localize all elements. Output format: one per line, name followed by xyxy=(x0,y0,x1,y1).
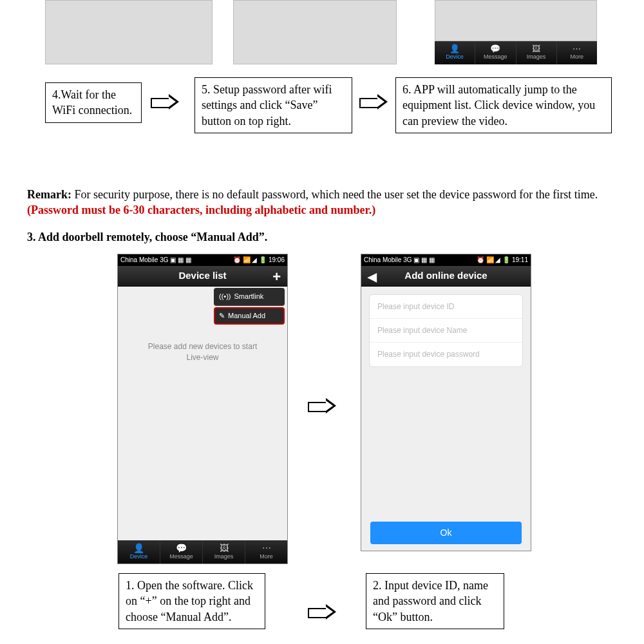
ok-button[interactable]: Ok xyxy=(370,522,522,544)
phone-add-device: China Mobile 3G ▣ ▦ ▦ ⏰ 📶 ◢ 🔋 19:11 ◀ Ad… xyxy=(361,254,531,551)
empty-state-text: Please add new devices to start Live-vie… xyxy=(118,341,287,363)
step-2-text: 2. Input device ID, name and password an… xyxy=(373,579,488,623)
dropdown-smartlink[interactable]: ((•)) Smartlink xyxy=(214,288,285,306)
message-icon: 💬 xyxy=(176,544,187,553)
nav-label: More xyxy=(571,53,584,61)
message-icon: 💬 xyxy=(490,44,500,53)
add-dropdown: ((•)) Smartlink ✎ Manual Add xyxy=(214,288,285,326)
images-icon: 🖼 xyxy=(220,544,229,553)
step-6-text: 6. APP will automatically jump to the eq… xyxy=(402,83,595,128)
nav-label: Message xyxy=(484,53,507,61)
more-icon: ⋯ xyxy=(573,44,581,53)
images-icon: 🖼 xyxy=(532,44,540,53)
status-bar: China Mobile 3G ▣ ▦ ▦ ⏰ 📶 ◢ 🔋 19:11 xyxy=(361,254,531,266)
arrow-icon xyxy=(308,399,337,412)
time-label: 19:11 xyxy=(512,256,528,263)
phone-body: ((•)) Smartlink ✎ Manual Add Please add … xyxy=(118,287,287,540)
title-bar: Device list + xyxy=(118,266,287,287)
nav-item-message[interactable]: 💬Message xyxy=(160,540,203,564)
nav-label: More xyxy=(260,553,273,560)
nav-item-message[interactable]: 💬Message xyxy=(475,41,516,64)
dropdown-label: Manual Add xyxy=(228,311,265,321)
device-name-input[interactable]: Please input device Name xyxy=(370,319,522,343)
arrow-icon xyxy=(359,95,388,108)
nav-item-device[interactable]: 👤Device xyxy=(118,540,160,564)
section-3-title: 3. Add doorbell remotely, choose “Manual… xyxy=(27,229,267,245)
empty-line-1: Please add new devices to start xyxy=(118,341,287,352)
placeholder-image-1 xyxy=(45,0,213,64)
remark-text: For security purpose, there is no defaul… xyxy=(71,188,598,201)
nav-item-images[interactable]: 🖼Images xyxy=(203,540,245,564)
title-text: Add online device xyxy=(404,269,487,282)
time-label: 19:06 xyxy=(269,256,285,263)
nav-label: Device xyxy=(130,553,148,560)
dropdown-manual-add[interactable]: ✎ Manual Add xyxy=(214,307,285,325)
arrow-icon xyxy=(151,95,180,108)
nav-label: Images xyxy=(214,553,234,560)
broadcast-icon: ((•)) xyxy=(219,292,231,301)
nav-item-images[interactable]: 🖼Images xyxy=(516,41,557,64)
remark-label: Remark: xyxy=(27,188,71,201)
carrier-label: China Mobile 3G xyxy=(364,256,412,263)
mini-bottom-nav: 👤Device 💬Message 🖼Images ⋯More xyxy=(435,41,597,64)
person-icon: 👤 xyxy=(133,544,144,553)
title-bar: ◀ Add online device xyxy=(361,266,531,287)
step-1-box: 1. Open the software. Click on “+” on th… xyxy=(118,573,265,629)
pencil-icon: ✎ xyxy=(219,311,225,321)
step-2-box: 2. Input device ID, name and password an… xyxy=(366,573,504,629)
nav-label: Images xyxy=(527,53,546,61)
step-6-box: 6. APP will automatically jump to the eq… xyxy=(395,77,612,133)
nav-item-more[interactable]: ⋯More xyxy=(245,540,287,564)
step-1-text: 1. Open the software. Click on “+” on th… xyxy=(126,579,253,623)
placeholder-image-2 xyxy=(233,0,397,64)
phone-body: Please input device ID Please input devi… xyxy=(361,287,531,551)
nav-label: Message xyxy=(169,553,193,560)
bottom-nav: 👤Device 💬Message 🖼Images ⋯More xyxy=(118,540,287,564)
step-5-box: 5. Setup password after wifi settings an… xyxy=(194,77,352,133)
title-text: Device list xyxy=(178,269,226,282)
status-bar: China Mobile 3G ▣ ▦ ▦ ⏰ 📶 ◢ 🔋 19:06 xyxy=(118,254,287,266)
dropdown-label: Smartlink xyxy=(234,292,264,301)
empty-line-2: Live-view xyxy=(118,352,287,363)
person-icon: 👤 xyxy=(450,44,460,53)
carrier-label: China Mobile 3G xyxy=(120,256,168,263)
back-button[interactable]: ◀ xyxy=(368,269,377,285)
device-password-input[interactable]: Please input device password xyxy=(370,343,522,366)
add-button[interactable]: + xyxy=(272,267,281,287)
step-4-box: 4.Wait for the WiFi connection. xyxy=(45,82,142,123)
phone-device-list: China Mobile 3G ▣ ▦ ▦ ⏰ 📶 ◢ 🔋 19:06 Devi… xyxy=(117,254,288,564)
step-4-text: 4.Wait for the WiFi connection. xyxy=(52,88,132,117)
step-5-text: 5. Setup password after wifi settings an… xyxy=(202,83,332,128)
input-group: Please input device ID Please input devi… xyxy=(369,294,523,367)
nav-label: Device xyxy=(446,53,464,61)
arrow-icon xyxy=(308,605,337,618)
placeholder-image-3 xyxy=(435,0,597,41)
remark-password-rule: (Password must be 6-30 characters, inclu… xyxy=(27,204,375,216)
nav-item-more[interactable]: ⋯More xyxy=(557,41,597,64)
device-id-input[interactable]: Please input device ID xyxy=(370,295,522,319)
nav-item-device[interactable]: 👤Device xyxy=(435,41,475,64)
more-icon: ⋯ xyxy=(262,544,271,553)
remark-paragraph: Remark: For security purpose, there is n… xyxy=(27,187,613,218)
